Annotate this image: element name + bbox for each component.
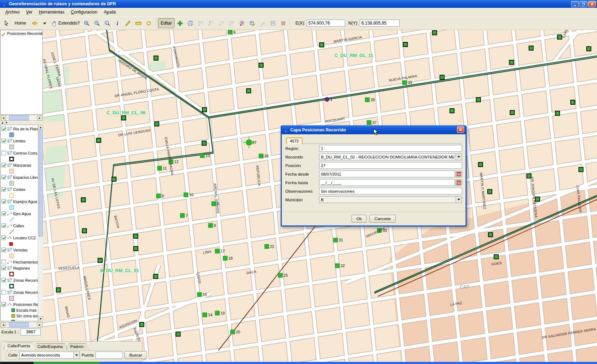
tab-padron[interactable]: Padron: [67, 343, 89, 350]
map-marker[interactable]: [488, 189, 492, 194]
layer-row[interactable]: Locales CCZ: [1, 235, 42, 241]
chevron-down-icon[interactable]: [73, 352, 79, 358]
save-button[interactable]: [268, 18, 278, 28]
zoom-feature-button[interactable]: f: [102, 18, 112, 28]
map-marker[interactable]: [450, 109, 454, 113]
map-marker[interactable]: [587, 47, 591, 51]
map-marker[interactable]: [476, 98, 481, 102]
fecha-desde-field[interactable]: 08/07/2011: [319, 171, 455, 177]
close-button[interactable]: [588, 1, 596, 7]
map-marker[interactable]: 8: [208, 223, 216, 228]
map-marker[interactable]: 1: [325, 97, 332, 102]
map-marker[interactable]: [97, 138, 101, 142]
layer-row[interactable]: Zonas Recorrid: [1, 289, 42, 295]
map-marker[interactable]: [202, 108, 207, 112]
map-marker[interactable]: 37: [367, 120, 377, 125]
layer-row[interactable]: Flechamientos: [1, 259, 42, 265]
layer-checkbox[interactable]: [1, 302, 6, 307]
menu-item-ver[interactable]: Ver: [23, 9, 36, 16]
layer-row[interactable]: Manzanas: [1, 162, 42, 168]
map-marker[interactable]: [202, 141, 206, 145]
layer-row[interactable]: Espacios Libres: [1, 174, 42, 180]
editar-toggle-button[interactable]: Editar: [158, 18, 175, 28]
map-marker[interactable]: 14: [203, 313, 212, 317]
map-marker[interactable]: 19: [215, 311, 225, 315]
layer-row[interactable]: Costas: [1, 186, 42, 192]
layer-row[interactable]: Limites: [1, 138, 42, 144]
cancelar-button[interactable]: Cancelar: [369, 215, 396, 223]
add-feature-button[interactable]: [175, 18, 185, 28]
layer-checkbox[interactable]: [1, 260, 6, 264]
layer-row[interactable]: Regiones: [1, 265, 42, 271]
refresh-button[interactable]: [144, 18, 154, 28]
map-marker[interactable]: [81, 198, 85, 202]
chevron-down-icon[interactable]: [456, 197, 462, 203]
map-marker[interactable]: 38: [365, 98, 375, 102]
map-marker[interactable]: [432, 31, 437, 35]
layer-row[interactable]: Centros Comun: [1, 150, 42, 156]
layer-checkbox[interactable]: [1, 175, 6, 180]
dialog-close-button[interactable]: [457, 126, 464, 133]
layer-tree-hscrollbar[interactable]: ◄►: [0, 322, 43, 328]
coord-x-field[interactable]: [307, 20, 345, 27]
pan-tool-button[interactable]: Extendido?: [50, 18, 81, 28]
chevron-down-icon[interactable]: [456, 154, 462, 160]
map-marker[interactable]: 22: [265, 244, 274, 249]
pointer-tool-button[interactable]: [1, 18, 11, 28]
sketch-button[interactable]: [258, 18, 268, 28]
map-marker[interactable]: [320, 43, 324, 47]
back-dropdown-button[interactable]: [40, 18, 50, 28]
map-marker[interactable]: 27: [243, 136, 256, 149]
ok-button[interactable]: Ok: [352, 215, 367, 223]
observaciones-field[interactable]: Sin observaciones: [319, 188, 462, 194]
snap-button[interactable]: [227, 18, 237, 28]
map-marker[interactable]: [154, 274, 158, 279]
map-marker[interactable]: [134, 246, 138, 251]
recorrido-combobox[interactable]: B_DU_RM_CL_02 - RECOLECCION DOMICILIARIA…: [319, 154, 462, 160]
map-marker[interactable]: 18: [223, 256, 233, 260]
layer-checkbox[interactable]: [1, 290, 6, 295]
layer-checkbox[interactable]: [1, 223, 6, 228]
layer-checkbox[interactable]: [1, 163, 6, 167]
minimize-button[interactable]: [571, 1, 579, 7]
layer-row[interactable]: Espejos Agua: [1, 198, 42, 204]
map-marker[interactable]: [112, 177, 116, 181]
layer-checkbox[interactable]: [1, 266, 6, 270]
scale-input[interactable]: [21, 328, 41, 336]
map-marker[interactable]: [121, 116, 126, 120]
map-marker[interactable]: [555, 111, 560, 115]
layer-checkbox[interactable]: [1, 187, 6, 192]
edit-panel-hscrollbar[interactable]: ◄►: [0, 115, 43, 121]
map-marker[interactable]: [510, 110, 514, 115]
municipio-combobox[interactable]: B: [319, 196, 462, 203]
map-marker[interactable]: [509, 60, 514, 64]
edit-attributes-button[interactable]: [247, 18, 257, 28]
map-marker[interactable]: [82, 229, 87, 233]
layer-checkbox[interactable]: [1, 199, 6, 204]
paint-button[interactable]: [123, 18, 133, 28]
map-marker[interactable]: [155, 122, 159, 126]
region-field[interactable]: 1: [319, 145, 462, 152]
layer-row[interactable]: Rio de la Plata: [1, 126, 42, 132]
map-marker[interactable]: 20: [230, 330, 240, 334]
map-marker[interactable]: [246, 89, 251, 93]
info-button[interactable]: i: [113, 18, 123, 28]
map-marker[interactable]: [259, 63, 263, 67]
zoom-out-button[interactable]: [92, 18, 102, 28]
map-marker[interactable]: [478, 162, 483, 167]
layer-checkbox[interactable]: [1, 151, 6, 155]
map-marker[interactable]: [56, 288, 61, 292]
layer-checkbox[interactable]: [1, 126, 6, 131]
fecha-hasta-field[interactable]: __/__/____: [319, 179, 455, 186]
tab-calle-puerta[interactable]: Calle/Puerta: [4, 343, 36, 350]
menu-item-archivo[interactable]: Archivo: [2, 9, 23, 16]
menu-item-herramientas[interactable]: Herramientas: [36, 9, 68, 16]
coord-y-field[interactable]: [360, 20, 400, 27]
layer-row[interactable]: Ejes Agua: [1, 210, 42, 217]
layer-checkbox[interactable]: [1, 211, 6, 216]
posicion-field[interactable]: 27: [319, 162, 462, 169]
layer-sort-buttons[interactable]: ▲▼: [1, 121, 8, 125]
layer-checkbox[interactable]: [1, 278, 6, 282]
stop-edit-button[interactable]: [278, 18, 288, 28]
map-marker[interactable]: [579, 167, 583, 172]
